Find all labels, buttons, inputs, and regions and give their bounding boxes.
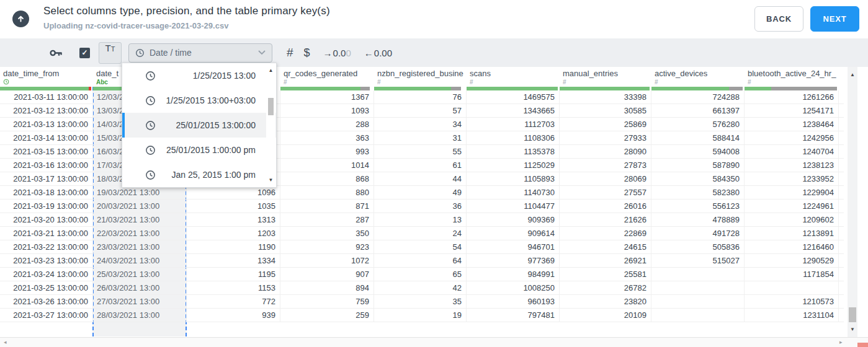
table-cell[interactable]: 946701 [467, 240, 560, 253]
table-cell[interactable]: 923 [280, 240, 374, 253]
table-cell[interactable]: 2021-03-11 13:00:00 [0, 90, 93, 103]
column-header-date_time_from[interactable]: date_time_from [0, 67, 93, 87]
table-cell[interactable]: 588414 [651, 131, 745, 144]
table-cell[interactable]: 907 [280, 268, 374, 281]
table-cell[interactable]: 1008250 [467, 281, 560, 294]
table-cell[interactable]: 61 [374, 159, 467, 172]
dropdown-scrollbar-thumb[interactable] [268, 98, 274, 115]
dropdown-item[interactable]: 1/25/2015 13:00 [122, 63, 276, 88]
table-cell[interactable]: 33398 [560, 90, 651, 103]
table-cell[interactable]: 24615 [560, 240, 651, 253]
column-header-nzbn_registered_busine[interactable]: nzbn_registered_busine# [374, 67, 467, 87]
table-cell[interactable]: 759 [280, 295, 374, 308]
table-cell[interactable]: 1238123 [745, 159, 839, 172]
decrease-decimal-button[interactable]: ←0.00 [364, 48, 392, 58]
table-cell[interactable]: 350 [280, 227, 374, 240]
column-header-qr_codes_generated[interactable]: qr_codes_generated# [280, 67, 374, 87]
table-cell[interactable]: 582380 [651, 186, 745, 199]
table-cell[interactable]: 20/03/2021 13:00 [93, 200, 187, 213]
table-cell[interactable]: 363 [280, 131, 374, 144]
table-cell[interactable]: 1105893 [467, 172, 560, 185]
table-cell[interactable]: 1104477 [467, 200, 560, 213]
table-cell[interactable]: 1153 [187, 281, 280, 294]
table-cell[interactable]: 2021-03-21 13:00:00 [0, 227, 93, 240]
table-cell[interactable]: 42 [374, 281, 467, 294]
table-cell[interactable]: 1014 [280, 159, 374, 172]
table-cell[interactable] [651, 309, 745, 322]
table-cell[interactable]: 27557 [560, 186, 651, 199]
scroll-left-icon[interactable]: ◂ [4, 339, 7, 345]
table-cell[interactable]: 34 [374, 118, 467, 131]
table-cell[interactable]: 724288 [651, 90, 745, 103]
table-cell[interactable]: 1216460 [745, 240, 839, 253]
vertical-scrollbar-thumb[interactable] [849, 307, 856, 322]
table-cell[interactable]: 868 [280, 172, 374, 185]
table-cell[interactable]: 2021-03-25 13:00:00 [0, 281, 93, 294]
table-cell[interactable]: 2021-03-15 13:00:00 [0, 145, 93, 158]
table-cell[interactable]: 1233952 [745, 172, 839, 185]
table-cell[interactable]: 1213891 [745, 227, 839, 240]
scroll-up-icon[interactable]: ▲ [266, 68, 275, 73]
table-cell[interactable]: 2021-03-17 13:00:00 [0, 172, 93, 185]
table-cell[interactable]: 1224961 [745, 200, 839, 213]
table-cell[interactable]: 57 [374, 104, 467, 117]
table-cell[interactable]: 576280 [651, 118, 745, 131]
table-cell[interactable]: 1140730 [467, 186, 560, 199]
table-cell[interactable]: 1093 [280, 104, 374, 117]
table-cell[interactable]: 26921 [560, 254, 651, 267]
table-cell[interactable]: 993 [280, 145, 374, 158]
include-column-checkbox[interactable]: ✓ [79, 48, 90, 58]
table-cell[interactable]: 491728 [651, 227, 745, 240]
table-cell[interactable]: 44 [374, 172, 467, 185]
dropdown-item[interactable]: Jan 25, 2015 1:00 pm [122, 162, 276, 187]
table-cell[interactable]: 20109 [560, 309, 651, 322]
table-cell[interactable]: 26016 [560, 200, 651, 213]
table-cell[interactable]: 1240704 [745, 145, 839, 158]
table-cell[interactable]: 28/03/2021 13:00 [93, 309, 187, 322]
table-cell[interactable]: 2021-03-13 13:00:00 [0, 118, 93, 131]
column-header-bluetooth_active_24_hr_[interactable]: bluetooth_active_24_hr_# [745, 67, 839, 87]
table-cell[interactable]: 31 [374, 131, 467, 144]
table-cell[interactable]: 1210573 [745, 295, 839, 308]
table-cell[interactable]: 661397 [651, 104, 745, 117]
table-cell[interactable]: 1334 [187, 254, 280, 267]
table-cell[interactable]: 26/03/2021 13:00 [93, 281, 187, 294]
table-cell[interactable]: 54 [374, 240, 467, 253]
table-cell[interactable]: 1096 [187, 186, 280, 199]
horizontal-scrollbar[interactable]: ◂ ▸ [0, 337, 868, 347]
scroll-down-icon[interactable]: ▼ [266, 177, 275, 183]
table-cell[interactable]: 584350 [651, 172, 745, 185]
table-cell[interactable]: 1367 [280, 90, 374, 103]
table-cell[interactable]: 2021-03-26 13:00:00 [0, 295, 93, 308]
table-cell[interactable]: 909369 [467, 213, 560, 226]
table-cell[interactable]: 2021-03-16 13:00:00 [0, 159, 93, 172]
table-cell[interactable]: 1135378 [467, 145, 560, 158]
table-cell[interactable]: 960193 [467, 295, 560, 308]
table-cell[interactable]: 23/03/2021 13:00 [93, 240, 187, 253]
table-cell[interactable]: 259 [280, 309, 374, 322]
table-cell[interactable]: 24/03/2021 13:00 [93, 254, 187, 267]
table-cell[interactable]: 2021-03-14 13:00:00 [0, 131, 93, 144]
table-cell[interactable]: 939 [187, 309, 280, 322]
table-cell[interactable]: 2021-03-20 13:00:00 [0, 213, 93, 226]
table-cell[interactable]: 587890 [651, 159, 745, 172]
table-cell[interactable]: 1112703 [467, 118, 560, 131]
dropdown-item[interactable]: 1/25/2015 13:00+03:00 [122, 88, 276, 113]
table-cell[interactable]: 1035 [187, 200, 280, 213]
table-cell[interactable]: 1108306 [467, 131, 560, 144]
table-cell[interactable]: 871 [280, 200, 374, 213]
table-cell[interactable]: 1231104 [745, 309, 839, 322]
table-cell[interactable]: 515027 [651, 254, 745, 267]
table-cell[interactable]: 1343665 [467, 104, 560, 117]
table-cell[interactable]: 76 [374, 90, 467, 103]
table-cell[interactable]: 2021-03-23 13:00:00 [0, 254, 93, 267]
table-cell[interactable]: 1261266 [745, 90, 839, 103]
table-cell[interactable]: 64 [374, 254, 467, 267]
table-cell[interactable]: 1238464 [745, 118, 839, 131]
table-cell[interactable]: 19 [374, 309, 467, 322]
table-cell[interactable]: 1203 [187, 227, 280, 240]
table-cell[interactable]: 478889 [651, 213, 745, 226]
table-cell[interactable]: 27933 [560, 131, 651, 144]
table-cell[interactable]: 1229904 [745, 186, 839, 199]
table-cell[interactable]: 2021-03-19 13:00:00 [0, 200, 93, 213]
